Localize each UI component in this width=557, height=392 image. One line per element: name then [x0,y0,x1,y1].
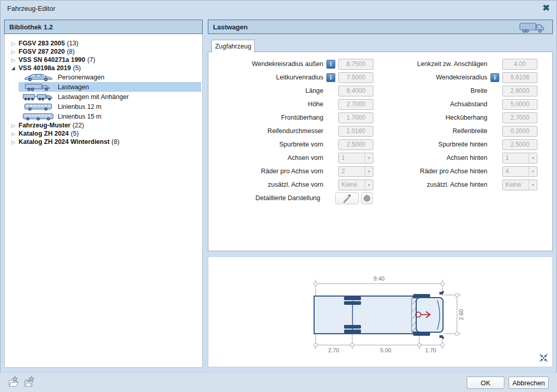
truck-cargo-box [314,296,413,334]
tree-item-fgsv-287-2020[interactable]: ▷ FGSV 287 2020 (8) [5,47,201,56]
zusaetzl-achse-hinten-select: Keine ▾ [502,179,537,190]
field-row: Leitkurvenradius i 7.5000 [214,71,373,84]
library-panel-header: Bibliothek 1.2 [4,20,203,34]
field-row: Achsen vorn 1 ▾ [214,151,373,165]
field-row: Hecküberhang 2.7000 [373,111,537,124]
info-icon[interactable]: i [490,73,499,82]
field-row: Achsabstand 5.0000 [373,97,537,111]
library-tree: ▷ FGSV 283 2005 (13) ▷ FGSV 287 2020 (8)… [4,34,203,368]
field-row: zusätzl. Achse vorn Keine ▾ [214,178,373,191]
chevron-down-icon: ▾ [529,180,537,190]
chevron-expanded-icon[interactable]: ◢ [11,66,19,71]
tab-zugfahrzeug[interactable]: Zugfahrzeug [211,40,255,53]
tree-item-personenwagen[interactable]: Personenwagen [19,72,201,82]
dim-width: 2.60 [458,309,464,320]
title-bar: Fahrzeug-Editor ✖ [0,0,557,18]
info-icon[interactable]: i [326,60,335,69]
spurbreite-vorn-field: 2.5000 [338,139,373,150]
achsabstand-field: 5.0000 [502,99,537,110]
chevron-down-icon: ▾ [529,167,537,176]
tree-item-lastwagen-mit-anhaenger[interactable]: Lastwagen mit Anhänger [19,92,201,102]
field-row: Räder pro Achse vorn 2 ▾ [214,165,373,178]
cancel-button[interactable]: Abbrechen [509,377,549,389]
dim-rear-overhang: 2.70 [328,347,339,353]
raeder-pro-achse-vorn-select: 2 ▾ [338,166,373,177]
chevron-down-icon: ▾ [365,180,373,190]
field-row: Lenkzeit zw. Anschlägen 4.00 [373,57,537,71]
field-row: Wendekreisradius außen i 8.7500 [214,57,373,71]
tree-item-fgsv-283-2005[interactable]: ▷ FGSV 283 2005 (13) [5,39,201,47]
vehicle-preview-panel: 9.40 2.70 5.00 1.70 2.60 [208,256,553,367]
chevron-collapsed-icon[interactable]: ▷ [11,139,19,145]
chevron-collapsed-icon[interactable]: ▷ [11,49,19,55]
ok-button[interactable]: OK [467,377,504,389]
chevron-collapsed-icon[interactable]: ▷ [11,41,19,46]
gray-dot-icon [364,195,370,202]
chevron-collapsed-icon[interactable]: ▷ [11,123,19,128]
achsen-hinten-select: 1 ▾ [502,153,537,164]
tree-item-vss-sn-640271a[interactable]: ▷ VSS SN 640271a 1990 (7) [5,56,201,64]
eyedropper-button [335,192,359,204]
vehicle-top-view-drawing: 9.40 2.70 5.00 1.70 2.60 [208,257,552,367]
car-icon [23,73,55,81]
field-row: Reifendurchmesser 1.0160 [214,124,373,138]
laenge-field: 9.4000 [338,86,373,96]
tree-item-fahrzeug-muster[interactable]: ▷ Fahrzeug-Muster (22) [5,121,201,129]
vehicle-panel-header: Lastwagen [208,20,553,34]
tree-item-lastwagen[interactable]: Lastwagen [19,82,201,92]
eyedropper-icon [342,193,352,203]
zusaetzl-achse-vorn-select: Keine ▾ [338,179,373,190]
reifenbreite-field: 0.2000 [502,126,537,137]
spurbreite-hinten-field: 2.5000 [502,139,537,150]
save-favorites-button[interactable] [23,376,36,389]
vehicle-form-panel: Wendekreisradius außen i 8.7500 Leitkurv… [208,52,553,251]
field-row: Reifenbreite 0.2000 [373,124,537,138]
close-icon[interactable]: ✖ [543,3,550,13]
chevron-down-icon: ▾ [365,153,373,163]
tree-item-katalog-zh-2024[interactable]: ▷ Katalog ZH 2024 (5) [5,129,201,138]
wendekreisradius-field: 9.6106 [502,72,537,83]
dim-total-length: 9.40 [373,275,384,282]
field-row: Breite 2.6000 [373,84,537,97]
bus-icon [23,102,55,111]
field-row: Achsen hinten 1 ▾ [373,151,537,165]
articulated-bus-icon [23,112,55,121]
chevron-collapsed-icon[interactable]: ▷ [11,131,19,137]
tree-item-katalog-zh-2024-winterdienst[interactable]: ▷ Katalog ZH 2024 Winterdienst (8) [5,138,201,146]
field-row: Spurbreite hinten 2.5000 [373,138,537,151]
wendekreisradius-aussen-field: 8.7500 [338,59,373,70]
field-row: Räder pro Achse hinten 4 ▾ [373,165,537,178]
lenkzeit-field: 4.00 [502,59,537,70]
open-favorites-button[interactable] [7,376,21,389]
zoom-to-fit-icon[interactable] [539,353,548,363]
footer-bar: OK Abbrechen [0,372,557,392]
window-title: Fahrzeug-Editor [7,5,55,12]
field-row: Frontüberhang 1.7000 [214,111,373,124]
chevron-down-icon: ▾ [529,153,537,163]
tree-item-linienbus-15[interactable]: Linienbus 15 m [19,111,201,121]
save-star-icon [23,376,36,388]
open-folder-star-icon [8,376,20,388]
field-row: Wendekreisradius i 9.6106 [373,71,537,84]
frontueberhang-field: 1.7000 [338,112,373,123]
truck-trailer-icon [23,92,55,101]
field-row: Spurbreite vorn 2.5000 [214,138,373,151]
leitkurvenradius-field: 7.5000 [338,72,373,83]
tree-item-vss-40198a-2019[interactable]: ◢ VSS 40198a 2019 (5) [5,64,201,72]
field-row: Länge 9.4000 [214,84,373,97]
field-row: Detaillierte Darstellung [214,191,373,205]
library-panel: Bibliothek 1.2 ▷ FGSV 283 2005 (13) ▷ FG… [4,20,203,368]
reifendurchmesser-field: 1.0160 [338,126,373,137]
dim-front-overhang: 1.70 [425,347,436,353]
achsen-vorn-select: 1 ▾ [338,153,373,164]
breite-field: 2.6000 [502,86,537,96]
truck-icon [23,83,55,91]
hoehe-field: 2.7000 [338,99,373,110]
field-row: Höhe 2.7000 [214,97,373,111]
chevron-collapsed-icon[interactable]: ▷ [11,57,19,63]
raeder-pro-achse-hinten-select: 4 ▾ [502,166,537,177]
info-icon[interactable]: i [326,73,335,82]
field-row: zusätzl. Achse hinten Keine ▾ [373,178,537,191]
tree-item-linienbus-12[interactable]: Linienbus 12 m [19,102,201,111]
heckueberhang-field: 2.7000 [502,112,537,123]
